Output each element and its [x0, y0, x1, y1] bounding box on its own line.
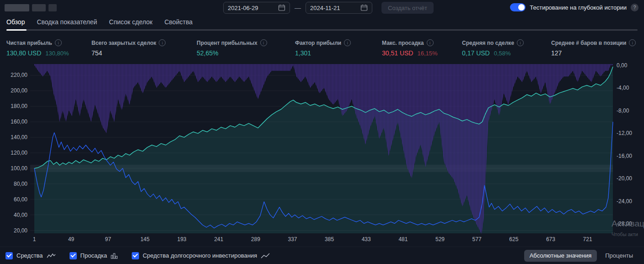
absolute-values-button[interactable]: Абсолютные значения [524, 250, 597, 262]
deep-history-control: Тестирование на глубокой истории [510, 3, 639, 11]
svg-text:0,00: 0,00 [617, 62, 628, 69]
svg-text:145: 145 [140, 236, 150, 242]
metric-label: Среднее # баров в позиции [551, 40, 626, 46]
metric-profit-factor: Фактор прибыли 1,301 [295, 39, 382, 57]
info-icon[interactable] [517, 39, 524, 46]
metric-value: 754 [91, 49, 102, 57]
date-to-value: 2024-11-21 [310, 5, 340, 11]
svg-text:220,00: 220,00 [11, 72, 27, 78]
date-from-input[interactable]: 2021-06-29 [223, 2, 290, 14]
metric-value: 30,51 USD [382, 49, 413, 57]
metric-value: 127 [551, 49, 562, 57]
svg-text:529: 529 [435, 236, 445, 242]
svg-text:1: 1 [33, 236, 36, 242]
svg-text:20,00: 20,00 [14, 227, 27, 234]
metric-avg-trade: Средняя по сделке 0,17 USD0,58% [462, 39, 551, 57]
svg-text:481: 481 [398, 236, 408, 242]
metric-value: 130,80 USD [6, 49, 41, 57]
metric-label: Процент прибыльных [197, 40, 258, 46]
info-icon[interactable] [344, 39, 351, 46]
svg-text:-4,00: -4,00 [617, 85, 629, 91]
svg-text:433: 433 [362, 236, 371, 242]
metrics-row: Чистая прибыль 130,80 USD130,80% Всего з… [6, 39, 644, 57]
metric-value: 52,65% [197, 49, 218, 57]
metric-value: 1,301 [295, 49, 311, 57]
svg-text:241: 241 [214, 236, 223, 242]
svg-text:721: 721 [583, 236, 592, 242]
deep-history-label: Тестирование на глубокой истории [530, 4, 627, 11]
drawdown-bars-icon [111, 253, 118, 259]
info-icon[interactable] [629, 39, 636, 46]
tab-list-of-trades[interactable]: Список сделок [109, 18, 152, 29]
date-range-dash: — [295, 4, 301, 11]
svg-text:337: 337 [288, 236, 297, 242]
drawdown-checkbox[interactable] [70, 252, 77, 259]
svg-text:180,00: 180,00 [11, 103, 27, 109]
metric-percent-profitable: Процент прибыльных 52,65% [197, 39, 295, 57]
svg-text:Чтобы акти: Чтобы акти [612, 232, 638, 237]
info-icon[interactable] [260, 39, 267, 46]
redacted-symbol-block [48, 4, 57, 11]
metric-net-profit: Чистая прибыль 130,80 USD130,80% [6, 39, 91, 57]
performance-chart[interactable]: 220,00200,00180,00160,00140,00120,00100,… [0, 62, 644, 247]
svg-text:577: 577 [472, 236, 482, 242]
strategy-tester-panel: 2021-06-29 — 2024-11-21 Создать отч [0, 0, 644, 264]
info-icon[interactable] [55, 39, 62, 46]
tab-performance-summary[interactable]: Сводка показателей [37, 18, 97, 29]
svg-text:49: 49 [68, 236, 75, 242]
svg-text:673: 673 [546, 236, 555, 242]
percent-values-button[interactable]: Проценты [600, 250, 639, 262]
buyhold-checkbox[interactable] [132, 252, 139, 259]
date-to-input[interactable]: 2024-11-21 [306, 2, 372, 14]
metric-secondary: 0,58% [494, 50, 511, 57]
svg-text:-12,00: -12,00 [617, 130, 632, 136]
svg-text:160,00: 160,00 [11, 119, 27, 125]
redacted-symbol-block [5, 4, 29, 11]
svg-text:-20,00: -20,00 [617, 175, 632, 182]
deep-history-toggle[interactable] [510, 3, 526, 11]
toggle-knob [518, 4, 525, 11]
tab-overview[interactable]: Обзор [6, 18, 25, 29]
active-tab-underline [6, 29, 27, 31]
svg-text:97: 97 [105, 236, 112, 242]
info-icon[interactable] [159, 39, 166, 46]
metric-value: 0,17 USD [462, 49, 490, 57]
equity-checkbox[interactable] [5, 252, 13, 259]
equity-line-icon [47, 253, 56, 259]
info-icon[interactable] [427, 39, 434, 46]
metric-label: Чистая прибыль [6, 40, 52, 46]
value-mode-switch: Абсолютные значения Проценты [524, 250, 639, 262]
svg-text:200,00: 200,00 [11, 87, 27, 94]
legend-label: Просадка [80, 252, 107, 259]
legend-item-equity[interactable]: Средства [5, 252, 56, 259]
legend-label: Средства долгосрочного инвестирования [143, 252, 257, 259]
metric-total-closed-trades: Всего закрытых сделок 754 [91, 39, 197, 57]
svg-text:289: 289 [251, 236, 260, 242]
svg-text:100,00: 100,00 [11, 165, 27, 172]
calendar-icon [278, 4, 285, 11]
redacted-symbol-block [32, 4, 46, 11]
svg-text:Активаци: Активаци [612, 219, 644, 228]
svg-text:120,00: 120,00 [11, 150, 27, 156]
help-icon[interactable] [631, 4, 639, 11]
chart-footer: Средства Просадка Средства долгосрочного… [0, 247, 644, 264]
svg-text:-16,00: -16,00 [617, 153, 632, 159]
svg-text:140,00: 140,00 [11, 134, 27, 140]
svg-text:193: 193 [177, 236, 186, 242]
metric-max-drawdown: Макс. просадка 30,51 USD16,15% [382, 39, 462, 57]
svg-text:40,00: 40,00 [14, 212, 27, 218]
legend-label: Средства [16, 252, 43, 259]
generate-report-button[interactable]: Создать отчёт [381, 2, 434, 14]
date-from-value: 2021-06-29 [228, 5, 258, 11]
legend-item-buyhold[interactable]: Средства долгосрочного инвестирования [132, 252, 270, 259]
tabs-scroll-track [6, 29, 638, 31]
tab-properties[interactable]: Свойства [164, 18, 192, 29]
tabs-bar: Обзор Сводка показателей Список сделок С… [6, 18, 638, 29]
metric-secondary: 130,80% [45, 50, 69, 57]
svg-text:385: 385 [325, 236, 334, 242]
date-range-controls: 2021-06-29 — 2024-11-21 Создать отч [223, 2, 434, 14]
svg-text:625: 625 [509, 236, 518, 242]
legend-item-drawdown[interactable]: Просадка [70, 252, 118, 259]
metric-secondary: 16,15% [417, 50, 437, 57]
buyhold-line-icon [261, 253, 270, 259]
